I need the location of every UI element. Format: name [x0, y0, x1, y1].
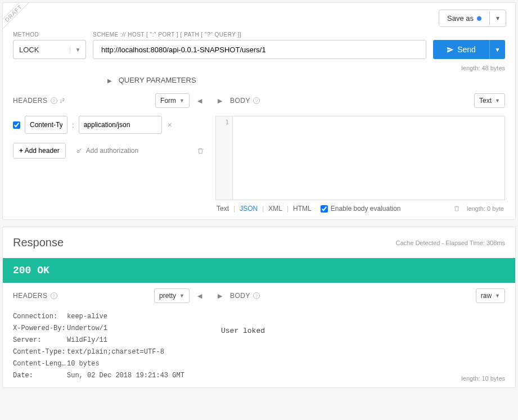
resp-body-length-note: length: 10 bytes: [461, 375, 505, 382]
headers-mode-dropdown[interactable]: Form▼: [155, 93, 190, 108]
resp-header-key: Content-Type:: [13, 346, 67, 358]
response-body-pane: ▶ BODY ? raw▼ User loked length: 10 byte…: [210, 288, 511, 382]
save-as-group: Save as ▼: [439, 10, 506, 27]
save-as-button[interactable]: Save as: [439, 10, 489, 26]
response-title: Response: [13, 236, 64, 249]
format-text[interactable]: Text: [217, 205, 229, 213]
resp-header-key: Server:: [13, 335, 67, 346]
remove-header-icon[interactable]: ×: [166, 120, 173, 129]
add-header-button[interactable]: + Add header: [13, 143, 66, 159]
resp-header-value: Undertow/1: [67, 323, 107, 335]
query-parameters-toggle[interactable]: ▶ QUERY PARAMETERS: [3, 74, 515, 93]
collapse-left-icon[interactable]: ◀: [195, 291, 204, 301]
send-dropdown[interactable]: ▼: [489, 40, 505, 59]
collapse-left-icon[interactable]: ◀: [195, 96, 204, 106]
resp-header-row: Content-Leng…10 bytes: [13, 358, 204, 370]
resp-header-value: Sun, 02 Dec 2018 19:21:43 GMT: [67, 370, 184, 382]
sort-icon[interactable]: ↓²: [60, 97, 65, 104]
line-gutter: 1: [216, 116, 233, 200]
top-bar: Save as ▼: [3, 3, 515, 29]
resp-header-key: Date:: [13, 370, 67, 382]
format-xml[interactable]: XML: [268, 205, 282, 213]
format-html[interactable]: HTML: [293, 205, 312, 213]
enable-body-eval[interactable]: Enable body evaluation: [321, 205, 401, 213]
unsaved-indicator-icon: [477, 16, 481, 21]
response-card: Response Cache Detected - Elapsed Time: …: [2, 227, 516, 388]
body-mode-dropdown[interactable]: Text▼: [474, 93, 505, 108]
save-as-label: Save as: [447, 14, 474, 22]
resp-header-value: keep-alive: [67, 311, 107, 323]
response-body-text: User loked: [215, 311, 505, 341]
request-card: DRAFT Save as ▼ METHOD LOCK ▼ SCHEME ://…: [2, 2, 516, 220]
resp-header-value: text/plain;charset=UTF-8: [67, 346, 164, 358]
enable-body-eval-checkbox[interactable]: [321, 205, 328, 213]
url-label: SCHEME :// HOST [ ":" PORT ] [ PATH [ "?…: [93, 31, 426, 38]
send-button[interactable]: Send: [433, 40, 489, 59]
body-title: BODY: [230, 97, 250, 105]
body-editor[interactable]: 1: [215, 116, 505, 200]
trash-icon[interactable]: [453, 205, 460, 212]
request-body-pane: ▶ BODY ? Text▼ 1 Text| JSON| XML| HTML: [210, 93, 511, 213]
request-headers-pane: HEADERS ? ↓² Form▼ ◀ : × + Add h: [7, 93, 210, 213]
header-name-input[interactable]: [25, 116, 67, 134]
method-label: METHOD: [13, 31, 86, 38]
key-icon: [76, 147, 83, 154]
resp-headers-mode-dropdown[interactable]: pretty▼: [154, 288, 190, 303]
resp-headers-title: HEADERS: [13, 292, 48, 300]
collapse-right-icon[interactable]: ▶: [215, 291, 224, 301]
help-icon[interactable]: ?: [253, 97, 260, 104]
resp-header-row: Connection:keep-alive: [13, 311, 204, 323]
header-row: : ×: [13, 116, 204, 134]
resp-header-key: X-Powered-By:: [13, 323, 67, 335]
headers-title: HEADERS: [13, 97, 48, 105]
resp-header-key: Content-Leng…: [13, 358, 67, 370]
resp-header-key: Connection:: [13, 311, 67, 323]
response-meta: Cache Detected - Elapsed Time: 308ms: [396, 240, 505, 246]
status-bar: 200 OK: [3, 258, 515, 283]
add-authorization-button[interactable]: Add authorization: [76, 147, 138, 155]
method-select[interactable]: LOCK ▼: [13, 40, 86, 59]
paper-plane-icon: [447, 46, 454, 53]
header-value-input[interactable]: [79, 116, 162, 134]
header-enable-checkbox[interactable]: [13, 121, 20, 129]
method-value: LOCK: [13, 46, 70, 54]
help-icon[interactable]: ?: [51, 292, 57, 299]
caret-right-icon: ▶: [107, 78, 112, 84]
resp-body-mode-dropdown[interactable]: raw▼: [476, 288, 505, 303]
query-parameters-label: QUERY PARAMETERS: [119, 76, 196, 84]
trash-icon[interactable]: [197, 147, 204, 155]
help-icon[interactable]: ?: [253, 292, 260, 299]
format-json[interactable]: JSON: [240, 205, 258, 213]
resp-body-title: BODY: [230, 292, 250, 300]
help-icon[interactable]: ?: [51, 97, 57, 104]
body-length-note: length: 0 byte: [467, 205, 504, 212]
resp-header-row: X-Powered-By:Undertow/1: [13, 323, 204, 335]
collapse-right-icon[interactable]: ▶: [215, 96, 224, 106]
request-line: METHOD LOCK ▼ SCHEME :// HOST [ ":" PORT…: [3, 29, 515, 64]
resp-header-value: WildFly/11: [67, 335, 107, 346]
headers-mode-label: Form: [160, 97, 176, 105]
url-length-note: length: 48 bytes: [461, 65, 505, 71]
resp-header-row: Server:WildFly/11: [13, 335, 204, 346]
chevron-down-icon[interactable]: ▼: [70, 47, 85, 53]
resp-header-row: Content-Type:text/plain;charset=UTF-8: [13, 346, 204, 358]
save-as-dropdown[interactable]: ▼: [489, 11, 506, 25]
url-input[interactable]: [93, 40, 426, 59]
send-label: Send: [457, 45, 476, 54]
resp-header-value: 10 bytes: [67, 358, 100, 370]
response-headers-pane: HEADERS ? pretty▼ ◀ Connection:keep-aliv…: [7, 288, 210, 382]
resp-header-row: Date:Sun, 02 Dec 2018 19:21:43 GMT: [13, 370, 204, 382]
